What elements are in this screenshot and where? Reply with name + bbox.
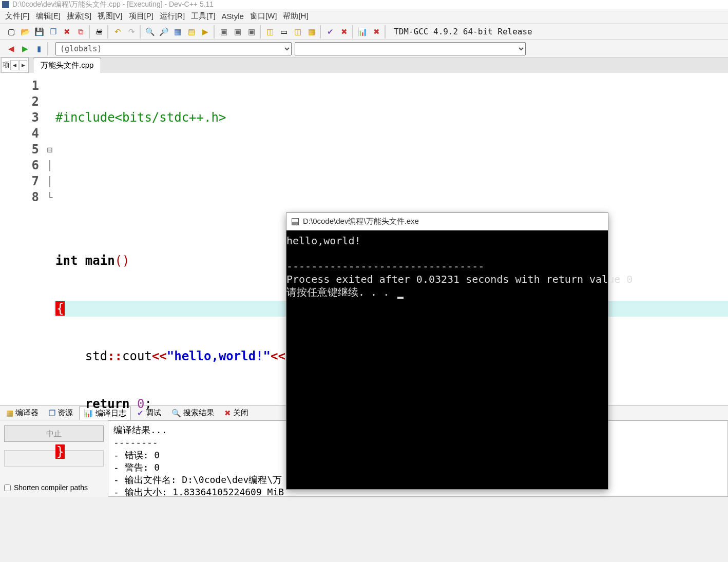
- menu-file[interactable]: 文件[F]: [5, 11, 30, 21]
- console-icon: [292, 218, 299, 225]
- save-icon[interactable]: 💾: [33, 26, 45, 38]
- clean-icon[interactable]: ▦: [305, 26, 318, 38]
- debug-ok-icon[interactable]: ✔: [324, 26, 336, 38]
- console-titlebar[interactable]: D:\0code\dev编程\万能头文件.exe: [286, 213, 608, 230]
- menu-project[interactable]: 项目[P]: [129, 11, 154, 21]
- print-icon[interactable]: 🖶: [93, 26, 105, 38]
- console-output: hello,world! ---------------------------…: [286, 230, 608, 299]
- close-all-icon[interactable]: ⧉: [74, 26, 87, 38]
- menu-edit[interactable]: 编辑[E]: [36, 11, 61, 21]
- fold-column: ⊟ │ │ └: [45, 73, 54, 405]
- nav-list-icon[interactable]: ▮: [33, 43, 45, 55]
- toolbar-main: ▢ 📂 💾 ❐ ✖ ⧉ 🖶 ↶ ↷ 🔍 🔎 ▦ ▤ ▶ ▣ ▣ ▣ ◫ ▭ ◫ …: [0, 24, 728, 40]
- new-file-icon[interactable]: ▢: [5, 26, 17, 38]
- toolbar-scope: ◀ ▶ ▮ (globals): [0, 40, 728, 57]
- menubar: 文件[F] 编辑[E] 搜索[S] 视图[V] 项目[P] 运行[R] 工具[T…: [0, 9, 728, 24]
- scope-member-select[interactable]: [295, 42, 526, 55]
- menu-tools[interactable]: 工具[T]: [191, 11, 216, 21]
- file-tab-active[interactable]: 万能头文件.cpp: [33, 57, 101, 73]
- nav-back-icon[interactable]: ◀: [5, 43, 17, 55]
- find-icon[interactable]: 🔍: [144, 26, 156, 38]
- window-title: D:\0code\dev编程\万能头文件.cpp - [Executing] -…: [12, 0, 214, 9]
- menu-astyle[interactable]: AStyle: [222, 12, 244, 21]
- line-gutter: 1 2 3 4 5 6 7 8: [0, 73, 45, 405]
- scope-globals-select[interactable]: (globals): [55, 42, 292, 55]
- nav-fwd-icon[interactable]: ▶: [19, 43, 31, 55]
- params-icon[interactable]: ◫: [292, 26, 304, 38]
- replace-icon[interactable]: 🔎: [158, 26, 170, 38]
- compiler-dropdown[interactable]: TDM-GCC 4.9.2 64-bit Release: [389, 27, 538, 36]
- run-icon[interactable]: ▣: [232, 26, 244, 38]
- chevron-right-icon[interactable]: ▶: [19, 60, 27, 70]
- menu-window[interactable]: 窗口[W]: [250, 11, 277, 21]
- goto-icon[interactable]: ▦: [171, 26, 184, 38]
- syntax-icon[interactable]: ▭: [278, 26, 290, 38]
- redo-icon[interactable]: ↷: [125, 26, 138, 38]
- menu-run[interactable]: 运行[R]: [160, 11, 185, 21]
- bookmark-icon[interactable]: ▤: [185, 26, 198, 38]
- window-titlebar: D:\0code\dev编程\万能头文件.cpp - [Executing] -…: [0, 0, 728, 9]
- compile-run-icon[interactable]: ▣: [245, 26, 258, 38]
- shorten-paths-check[interactable]: [4, 485, 11, 491]
- tab-strip: 项 ◀ ▶ 万能头文件.cpp: [0, 57, 728, 73]
- project-panel-handle[interactable]: 项 ◀ ▶: [1, 57, 29, 73]
- next-icon[interactable]: ▶: [199, 26, 212, 38]
- profile-icon[interactable]: 📊: [356, 26, 369, 38]
- chevron-left-icon[interactable]: ◀: [10, 60, 18, 70]
- grid-icon: ▦: [6, 409, 13, 418]
- app-icon: [2, 1, 9, 8]
- console-window[interactable]: D:\0code\dev编程\万能头文件.exe hello,world! --…: [286, 212, 608, 490]
- open-file-icon[interactable]: 📂: [19, 26, 31, 38]
- menu-help[interactable]: 帮助[H]: [283, 11, 308, 21]
- cursor-icon: [397, 297, 404, 299]
- fold-toggle-icon[interactable]: ⊟: [45, 142, 54, 158]
- close-icon[interactable]: ✖: [61, 26, 73, 38]
- rebuild-icon[interactable]: ◫: [264, 26, 276, 38]
- tab-compiler[interactable]: ▦编译器: [2, 406, 43, 419]
- save-all-icon[interactable]: ❐: [47, 26, 59, 38]
- compile-icon[interactable]: ▣: [218, 26, 230, 38]
- undo-icon[interactable]: ↶: [111, 26, 124, 38]
- menu-search[interactable]: 搜索[S]: [67, 11, 91, 21]
- console-title-text: D:\0code\dev编程\万能头文件.exe: [303, 217, 419, 226]
- menu-view[interactable]: 视图[V]: [98, 11, 122, 21]
- profile-x-icon[interactable]: ✖: [370, 26, 382, 38]
- debug-stop-icon[interactable]: ✖: [338, 26, 350, 38]
